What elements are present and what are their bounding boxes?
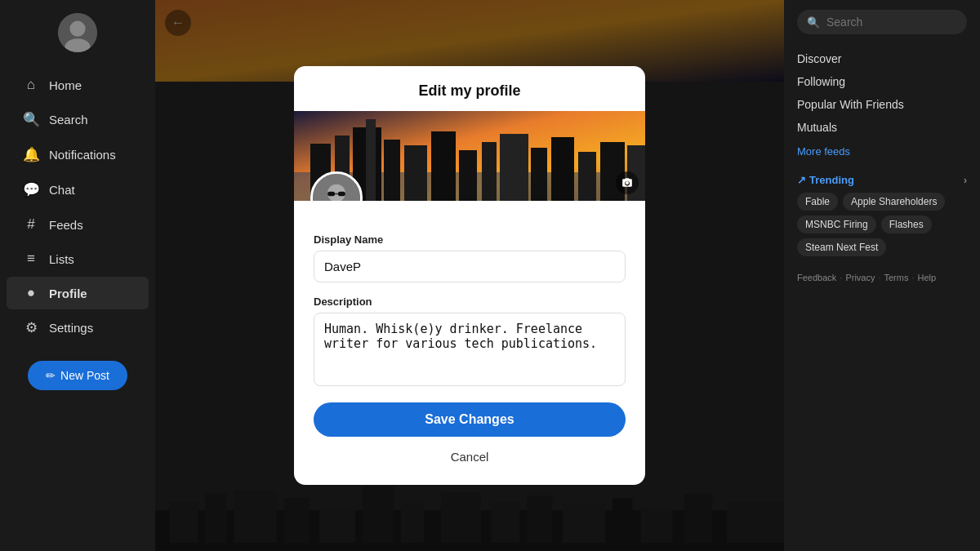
- svg-rect-26: [404, 145, 427, 201]
- tag-fable[interactable]: Fable: [797, 193, 838, 211]
- home-icon: ⌂: [23, 77, 39, 93]
- trending-tags-row-1: Fable Apple Shareholders: [797, 193, 967, 211]
- right-sidebar: 🔍 Discover Following Popular With Friend…: [784, 0, 980, 551]
- footer-privacy[interactable]: Privacy: [845, 273, 875, 282]
- svg-rect-30: [500, 134, 528, 201]
- footer-terms[interactable]: Terms: [884, 273, 909, 282]
- nav-popular-friends[interactable]: Popular With Friends: [797, 93, 967, 116]
- svg-rect-32: [551, 137, 574, 201]
- cancel-button[interactable]: Cancel: [314, 445, 626, 469]
- description-textarea[interactable]: [314, 313, 626, 386]
- footer-feedback[interactable]: Feedback: [797, 273, 836, 282]
- new-post-icon: ✏: [46, 369, 56, 382]
- svg-rect-24: [366, 119, 376, 201]
- tag-apple-shareholders[interactable]: Apple Shareholders: [843, 193, 945, 211]
- sidebar-item-lists-label: Lists: [49, 252, 74, 266]
- svg-rect-25: [384, 140, 400, 201]
- footer-help[interactable]: Help: [918, 273, 937, 282]
- search-bar[interactable]: 🔍: [797, 10, 967, 34]
- sidebar-item-settings[interactable]: ⚙ Settings: [7, 311, 149, 344]
- tag-msnbc-firing[interactable]: MSNBC Firing: [797, 216, 876, 233]
- modal-avatar-wrapper: [310, 171, 363, 201]
- search-bar-icon: 🔍: [807, 16, 820, 29]
- trending-section-title: ↗ Trending ›: [797, 174, 967, 186]
- new-post-button[interactable]: ✏ New Post: [28, 361, 127, 390]
- modal-body: Display Name Description Save Changes Ca…: [294, 201, 645, 485]
- svg-point-1: [69, 21, 85, 37]
- sidebar: ⌂ Home 🔍 Search 🔔 Notifications 💬 Chat #…: [0, 0, 155, 551]
- main-nav: ⌂ Home 🔍 Search 🔔 Notifications 💬 Chat #…: [0, 69, 155, 344]
- sidebar-item-search[interactable]: 🔍 Search: [7, 103, 149, 136]
- nav-discover[interactable]: Discover: [797, 47, 967, 70]
- cover-edit-button[interactable]: [616, 171, 639, 194]
- chat-icon: 💬: [23, 181, 39, 198]
- search-input[interactable]: [826, 16, 957, 29]
- nav-more-feeds[interactable]: More feeds: [797, 140, 967, 162]
- profile-icon: ●: [23, 285, 39, 301]
- display-name-label: Display Name: [314, 233, 626, 246]
- sidebar-item-chat[interactable]: 💬 Chat: [7, 173, 149, 207]
- sidebar-item-home-label: Home: [49, 78, 82, 92]
- modal-avatar[interactable]: [310, 171, 363, 201]
- sidebar-item-profile[interactable]: ● Profile: [7, 277, 149, 309]
- main-content: ← Edit my profile: [155, 0, 784, 551]
- footer-links: Feedback · Privacy · Terms · Help: [797, 273, 967, 282]
- sidebar-item-profile-label: Profile: [49, 287, 87, 300]
- tag-steam-next-fest[interactable]: Steam Next Fest: [797, 238, 886, 256]
- svg-rect-28: [459, 150, 477, 201]
- search-icon: 🔍: [23, 111, 39, 128]
- svg-rect-33: [578, 152, 596, 201]
- save-changes-button[interactable]: Save Changes: [314, 402, 626, 437]
- bell-icon: 🔔: [23, 146, 39, 163]
- sidebar-item-notifications[interactable]: 🔔 Notifications: [7, 138, 149, 171]
- footer-sep-3: ·: [911, 273, 914, 282]
- sidebar-item-feeds[interactable]: # Feeds: [7, 208, 149, 241]
- footer-sep-2: ·: [878, 273, 880, 282]
- svg-rect-29: [482, 142, 497, 201]
- chevron-right-icon: ›: [964, 175, 967, 186]
- settings-icon: ⚙: [23, 319, 39, 336]
- trending-tags-row-3: Steam Next Fest: [797, 238, 967, 256]
- feeds-icon: #: [23, 216, 39, 233]
- new-post-label: New Post: [60, 369, 109, 382]
- nav-following[interactable]: Following: [797, 70, 967, 93]
- sidebar-item-lists[interactable]: ≡ Lists: [7, 242, 149, 275]
- avatar[interactable]: [58, 13, 97, 52]
- sidebar-item-search-label: Search: [49, 113, 88, 127]
- footer-sep-1: ·: [840, 273, 842, 282]
- modal-cover-image: [294, 111, 645, 201]
- sidebar-item-settings-label: Settings: [49, 321, 93, 335]
- trending-tags-row-2: MSNBC Firing Flashes: [797, 216, 967, 233]
- tag-flashes[interactable]: Flashes: [881, 216, 932, 233]
- svg-rect-27: [431, 131, 456, 201]
- sidebar-item-chat-label: Chat: [49, 183, 75, 197]
- nav-mutuals[interactable]: Mutuals: [797, 116, 967, 139]
- description-label: Description: [314, 295, 626, 308]
- display-name-input[interactable]: [314, 251, 626, 282]
- svg-rect-40: [327, 192, 335, 196]
- modal-overlay: Edit my profile: [155, 0, 784, 551]
- lists-icon: ≡: [23, 251, 39, 267]
- edit-profile-modal: Edit my profile: [294, 66, 645, 485]
- trending-label: Trending: [809, 174, 854, 186]
- svg-point-36: [626, 181, 629, 184]
- sidebar-item-feeds-label: Feeds: [49, 218, 83, 232]
- sidebar-item-notifications-label: Notifications: [49, 148, 116, 162]
- svg-rect-41: [338, 192, 345, 196]
- sidebar-item-home[interactable]: ⌂ Home: [7, 69, 149, 101]
- trending-icon: ↗: [797, 174, 806, 186]
- modal-title: Edit my profile: [294, 66, 645, 111]
- svg-rect-31: [531, 148, 547, 201]
